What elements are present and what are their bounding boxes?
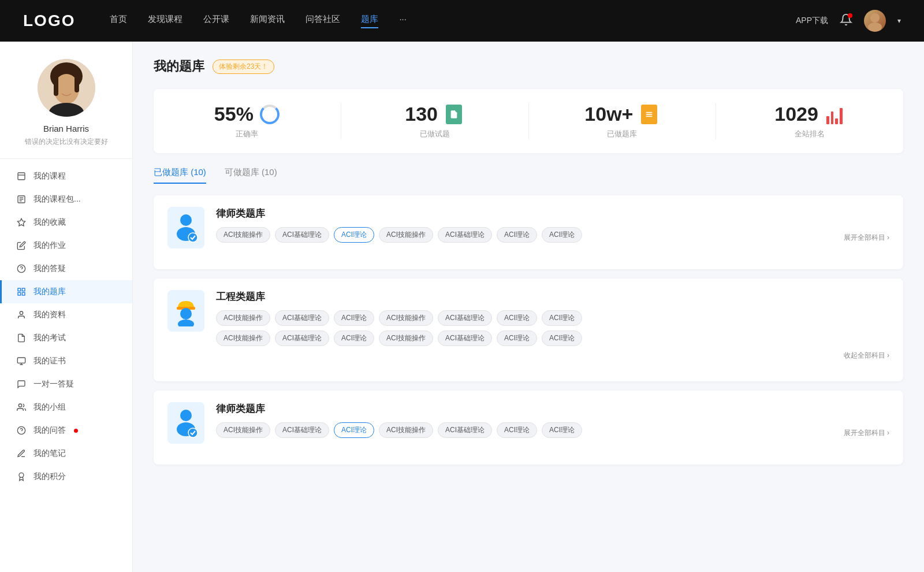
qbank-2-tag2-4[interactable]: ACI基础理论: [438, 330, 492, 346]
svg-point-36: [180, 308, 192, 320]
qbank-2-tags-row1: ACI技能操作 ACI基础理论 ACI理论 ACI技能操作 ACI基础理论 AC…: [216, 310, 889, 326]
qbank-card-3: 律师类题库 ACI技能操作 ACI基础理论 ACI理论 ACI技能操作 ACI基…: [154, 391, 903, 465]
sidebar-label-favorites: 我的收藏: [33, 217, 66, 228]
qbank-2-tag-4[interactable]: ACI基础理论: [438, 310, 492, 326]
svg-rect-20: [22, 292, 25, 295]
svg-rect-19: [18, 292, 21, 295]
qbank-3-body: 律师类题库 ACI技能操作 ACI基础理论 ACI理论 ACI技能操作 ACI基…: [216, 402, 889, 438]
qbank-1-tag-5[interactable]: ACI理论: [497, 227, 537, 243]
nav-right: APP下载 ▾: [796, 10, 901, 32]
qbank-3-title: 律师类题库: [216, 402, 889, 415]
qbank-2-tag-5[interactable]: ACI理论: [497, 310, 537, 326]
qbank-2-tag-3[interactable]: ACI技能操作: [379, 310, 433, 326]
qbank-1-tag-6[interactable]: ACI理论: [542, 227, 582, 243]
course-pkg-icon: [16, 194, 27, 205]
qbank-card-1-header: 律师类题库 ACI技能操作 ACI基础理论 ACI理论 ACI技能操作 ACI基…: [167, 207, 889, 248]
sidebar-item-qbank[interactable]: 我的题库: [0, 280, 132, 303]
avatar-image: [864, 10, 886, 32]
nav-home[interactable]: 首页: [110, 14, 127, 28]
sidebar-item-group[interactable]: 我的小组: [0, 396, 132, 419]
qbank-card-1: 律师类题库 ACI技能操作 ACI基础理论 ACI理论 ACI技能操作 ACI基…: [154, 195, 903, 269]
qbank-1-tag-1[interactable]: ACI基础理论: [275, 227, 329, 243]
course-icon: [16, 171, 27, 181]
tab-done-banks[interactable]: 已做题库 (10): [154, 167, 206, 184]
qbank-2-tag-0[interactable]: ACI技能操作: [216, 310, 270, 326]
bar3: [835, 118, 838, 124]
qbank-3-tag-4[interactable]: ACI基础理论: [438, 422, 492, 438]
sidebar-item-homework[interactable]: 我的作业: [0, 234, 132, 257]
nav-qbank[interactable]: 题库: [361, 14, 378, 28]
qbank-2-tag2-6[interactable]: ACI理论: [542, 330, 582, 346]
sidebar-item-favorites[interactable]: 我的收藏: [0, 211, 132, 234]
nav-links: 首页 发现课程 公开课 新闻资讯 问答社区 题库 ···: [110, 14, 796, 28]
notification-bell[interactable]: [840, 13, 852, 28]
svg-rect-5: [54, 75, 58, 96]
stat-ranking: 1029 全站排名: [716, 103, 903, 139]
qbank-3-tag-3[interactable]: ACI技能操作: [379, 422, 433, 438]
sidebar-item-certificate[interactable]: 我的证书: [0, 350, 132, 373]
qbank-2-tag2-2[interactable]: ACI理论: [334, 330, 374, 346]
qbank-2-collapse[interactable]: 收起全部科目 ›: [216, 351, 889, 361]
homework-icon: [16, 240, 27, 251]
sidebar-item-profile[interactable]: 我的资料: [0, 303, 132, 326]
stat-done-banks-value: 10w+: [584, 103, 633, 125]
sidebar-item-course-pkg[interactable]: 我的课程包...: [0, 188, 132, 211]
sidebar-label-certificate: 我的证书: [33, 356, 66, 366]
profile-avatar[interactable]: [38, 59, 95, 117]
sidebar-item-notes[interactable]: 我的笔记: [0, 442, 132, 465]
engineer-icon-svg: [173, 295, 199, 326]
svg-rect-18: [22, 288, 25, 291]
qbank-2-tag-6[interactable]: ACI理论: [542, 310, 582, 326]
notes-icon: [16, 448, 27, 459]
nav-news[interactable]: 新闻资讯: [250, 14, 285, 28]
qbank-1-expand[interactable]: 展开全部科目 ›: [844, 233, 889, 243]
qbank-1-tag-3[interactable]: ACI技能操作: [379, 227, 433, 243]
qbank-1-body: 律师类题库 ACI技能操作 ACI基础理论 ACI理论 ACI技能操作 ACI基…: [216, 207, 889, 243]
list-shape-icon: [641, 105, 657, 124]
nav-qa[interactable]: 问答社区: [305, 14, 340, 28]
user-avatar[interactable]: [864, 10, 886, 32]
sidebar-item-tutoring[interactable]: 一对一答疑: [0, 373, 132, 396]
app-download-button[interactable]: APP下载: [796, 16, 828, 26]
svg-point-0: [870, 13, 880, 23]
qbank-3-tag-5[interactable]: ACI理论: [497, 422, 537, 438]
notification-dot: [848, 13, 852, 18]
qbank-1-tag-2[interactable]: ACI理论: [334, 227, 374, 243]
tab-available-banks[interactable]: 可做题库 (10): [225, 167, 277, 184]
sidebar-item-my-qa[interactable]: 我的问答: [0, 419, 132, 442]
qbank-1-tag-4[interactable]: ACI基础理论: [438, 227, 492, 243]
my-qa-icon: [16, 425, 27, 436]
nav-discover[interactable]: 发现课程: [148, 14, 182, 28]
qbank-2-tag-2[interactable]: ACI理论: [334, 310, 374, 326]
sidebar-label-qa: 我的答疑: [33, 263, 66, 274]
sidebar-label-qbank: 我的题库: [33, 287, 66, 297]
qbank-3-expand[interactable]: 展开全部科目 ›: [844, 428, 889, 438]
profile-avatar-svg: [38, 59, 95, 117]
qbank-3-tag-0[interactable]: ACI技能操作: [216, 422, 270, 438]
stat-accuracy-label: 正确率: [236, 129, 258, 139]
sidebar-item-points[interactable]: 我的积分: [0, 465, 132, 488]
qbank-2-tag-1[interactable]: ACI基础理论: [275, 310, 329, 326]
nav-open-course[interactable]: 公开课: [203, 14, 229, 28]
qbank-1-tag-0[interactable]: ACI技能操作: [216, 227, 270, 243]
sidebar-item-exam[interactable]: 我的考试: [0, 326, 132, 350]
qbank-3-tag-2[interactable]: ACI理论: [334, 422, 374, 438]
sidebar-menu: 我的课程 我的课程包... 我的收藏 我的作业: [0, 165, 132, 488]
qbank-2-tag2-1[interactable]: ACI基础理论: [275, 330, 329, 346]
stat-ranking-top: 1029: [774, 103, 845, 125]
qbank-3-tag-1[interactable]: ACI基础理论: [275, 422, 329, 438]
sidebar-item-qa[interactable]: 我的答疑: [0, 257, 132, 280]
qbank-2-tag2-0[interactable]: ACI技能操作: [216, 330, 270, 346]
bar1: [826, 116, 829, 124]
nav-more[interactable]: ···: [399, 14, 407, 28]
user-menu-chevron[interactable]: ▾: [897, 17, 901, 25]
qbank-2-tag2-5[interactable]: ACI理论: [497, 330, 537, 346]
profile-icon: [16, 310, 27, 320]
qbank-3-tag-6[interactable]: ACI理论: [542, 422, 582, 438]
stat-done-questions-top: 130: [405, 103, 464, 125]
sidebar-label-homework: 我的作业: [33, 240, 66, 251]
qa-notification-dot: [74, 429, 78, 433]
qbank-2-tag2-3[interactable]: ACI技能操作: [379, 330, 433, 346]
doc-shape-icon: [446, 105, 462, 124]
sidebar-item-course[interactable]: 我的课程: [0, 165, 132, 188]
